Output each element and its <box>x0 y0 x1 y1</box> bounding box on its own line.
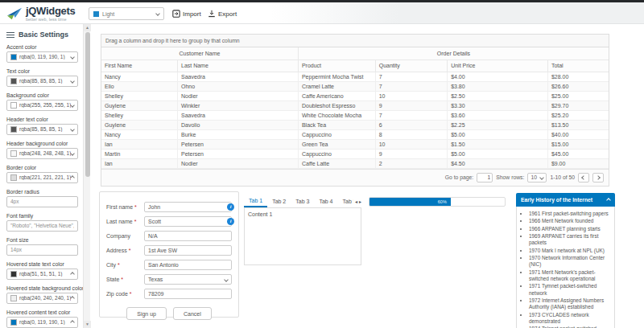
import-label: Import <box>183 10 201 18</box>
color-value: rgba(255, 255, 255, 1) <box>19 102 71 108</box>
sidebar-field: Border colorrgba(221, 221, 221, 1) <box>6 165 78 183</box>
column-header[interactable]: Unit Price <box>448 59 548 72</box>
field-label: Font size <box>6 237 78 243</box>
import-button[interactable]: Import <box>172 7 201 20</box>
tab-scroll-right-icon[interactable]: ▸ <box>359 195 361 208</box>
grid-row[interactable]: IanPetersenGreen Tea10$1.50$15.00 <box>101 139 609 149</box>
progress-fill: 60% <box>369 198 451 206</box>
field-label: City * <box>106 262 144 268</box>
grid-cell: Nodier <box>178 158 299 168</box>
next-page-button[interactable] <box>592 173 604 182</box>
zip-code-field[interactable]: 78209 <box>144 289 232 299</box>
sidebar-field: Accent colorrgba(0, 119, 190, 1) <box>6 44 78 63</box>
tab-1[interactable]: Tab 1 <box>244 195 267 207</box>
color-dropdown[interactable]: rgba(255, 255, 255, 1) <box>6 100 78 111</box>
grid-row[interactable]: ElioOhnoCramel Latte7$3.80$26.60 <box>101 81 609 91</box>
grid-cell: 2 <box>375 158 447 168</box>
column-header[interactable]: Total <box>547 59 609 72</box>
sidebar-field: Font size14px <box>6 237 78 256</box>
color-value: rgba(0, 119, 190, 1) <box>19 319 71 325</box>
grid-row[interactable]: GuyleneWinklerDoubleshot Espresso9$3.30$… <box>101 100 609 110</box>
grid-pager: Go to page: Show rows: 10 1-10 of 50 <box>101 169 609 186</box>
form-fields: First name *JohniLast name *ScottiCompan… <box>106 202 232 299</box>
tab-2[interactable]: Tab 2 <box>267 195 291 207</box>
field-label: Zip code * <box>106 291 144 297</box>
chevron-up-icon <box>70 320 75 325</box>
form-field-control: San Antonio <box>144 260 232 270</box>
color-dropdown[interactable]: rgba(240, 240, 240, 1) <box>6 293 78 304</box>
text-input[interactable]: "Roboto", "Helvetica Neue", "H <box>6 220 78 232</box>
grid-row[interactable]: ShelleySaavedraWhite Chocolate Mocha7$3.… <box>101 110 609 120</box>
show-rows-select[interactable]: 10 <box>527 173 547 182</box>
field-label: Company <box>106 233 144 239</box>
text-input[interactable]: 4px <box>6 196 78 207</box>
tab-scroll-left-icon[interactable]: ◂ <box>355 195 357 208</box>
grid-row[interactable]: NancyBurkeCappuccino8$5.00$40.00 <box>101 129 609 139</box>
address-field[interactable]: 1st Ave SW <box>144 245 232 256</box>
state-select[interactable]: Texas <box>144 274 232 285</box>
tab-4[interactable]: Tab 4 <box>314 195 337 207</box>
required-marker: * <box>133 219 137 224</box>
column-header[interactable]: Quantity <box>375 59 447 72</box>
export-button[interactable]: Export <box>208 7 237 20</box>
text-input[interactable]: 14px <box>6 244 78 256</box>
history-item: 1972 Internet Assigned Numbers Authority… <box>529 297 612 311</box>
color-dropdown[interactable]: rgba(51, 51, 51, 1) <box>6 269 78 280</box>
sidebar-title: Basic Settings <box>19 31 68 39</box>
color-dropdown[interactable]: rgba(85, 85, 85, 1) <box>6 124 78 135</box>
color-swatch <box>10 102 17 109</box>
grid-cell: Saavedra <box>178 110 299 120</box>
grid-cell: $13.50 <box>547 120 609 129</box>
chevron-up-icon <box>70 272 75 277</box>
grid-cell: 7 <box>375 110 447 120</box>
grid-row[interactable]: MartinPetersenCappuccino9$5.00$45.00 <box>101 149 609 158</box>
theme-dropdown[interactable]: Light <box>89 7 164 20</box>
chevron-down-icon <box>70 55 75 59</box>
sidebar-header[interactable]: Basic Settings <box>6 29 78 44</box>
color-dropdown[interactable]: rgba(0, 119, 190, 1) <box>6 51 78 63</box>
scroll-up-icon[interactable]: ▲ <box>84 24 91 31</box>
form-field-control: Johni <box>144 202 232 212</box>
tab-3[interactable]: Tab 3 <box>291 195 314 207</box>
accordion-header[interactable]: Early History of the Internet <box>516 193 615 207</box>
history-item: 1971 Merit Network's packet-switched net… <box>529 269 612 283</box>
grid-cell: Black Tea <box>298 120 375 129</box>
chevron-left-icon <box>581 175 586 180</box>
grid-cell: Cappuccino <box>298 129 375 139</box>
group-by-bar[interactable]: Drag a column and drop it here to group … <box>101 35 609 47</box>
grid-row[interactable]: ShelleyNodierCaffe Americano10$2.50$25.0… <box>101 91 609 100</box>
color-dropdown[interactable]: rgba(85, 85, 85, 1) <box>6 76 78 87</box>
chevron-down-icon <box>70 103 75 108</box>
last-name-field[interactable]: Scott <box>144 216 232 227</box>
first-name-field[interactable]: John <box>144 202 232 212</box>
scrollbar-thumb[interactable] <box>85 32 90 177</box>
column-header[interactable]: First Name <box>101 59 178 72</box>
grid-row[interactable]: IanNodierCaffe Latte2$4.50$9.00 <box>101 158 609 168</box>
cancel-button[interactable]: Cancel <box>173 307 212 320</box>
history-item: 1970 Network Information Center (NIC) <box>529 255 612 269</box>
color-dropdown[interactable]: rgba(248, 248, 248, 1) <box>6 148 78 159</box>
required-marker: * <box>128 291 132 297</box>
sidebar-scrollbar[interactable]: ▲ ▼ <box>83 24 90 328</box>
grid-cell: 6 <box>375 120 447 129</box>
scroll-down-icon[interactable]: ▼ <box>84 321 91 328</box>
column-header[interactable]: Last Name <box>178 59 299 72</box>
color-dropdown[interactable]: rgba(0, 119, 190, 1) <box>6 317 78 328</box>
sidebar-field: Hovered state text colorrgba(51, 51, 51,… <box>6 261 78 280</box>
color-swatch <box>10 174 17 181</box>
grid-cell: Green Tea <box>298 139 375 149</box>
column-header[interactable]: Product <box>298 59 375 72</box>
grid-row[interactable]: GuyleneDavolioBlack Tea6$2.25$13.50 <box>101 120 609 129</box>
grid-cell: $2.50 <box>448 91 548 100</box>
field-label: Hovered content text color <box>6 310 78 315</box>
go-to-page-label: Go to page: <box>445 174 474 180</box>
previous-page-button[interactable] <box>578 173 589 182</box>
city-field[interactable]: San Antonio <box>144 260 232 270</box>
history-item: 1966 ARPANET planning starts <box>529 226 612 232</box>
sign-up-button[interactable]: Sign up <box>126 307 167 320</box>
color-dropdown[interactable]: rgba(221, 221, 221, 1) <box>6 172 78 183</box>
grid-row[interactable]: NancySaavedraPeppermint Mocha Twist7$4.0… <box>101 72 609 81</box>
page-number-input[interactable] <box>477 173 493 182</box>
company-field[interactable]: N/A <box>144 231 232 241</box>
export-icon <box>208 10 216 18</box>
